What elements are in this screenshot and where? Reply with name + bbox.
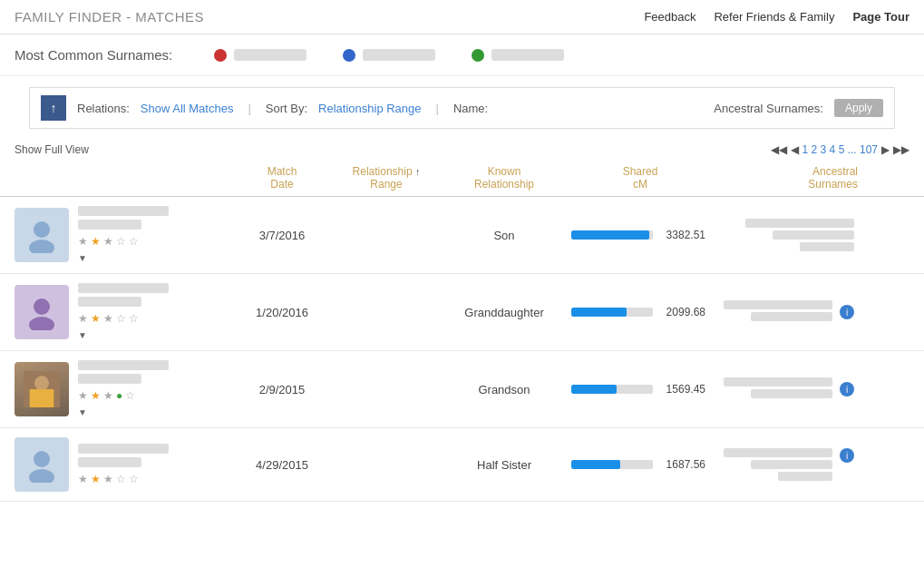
surname-dot-2: [343, 49, 355, 62]
surname-dot-3: [472, 49, 484, 62]
info-icon-4[interactable]: i: [840, 448, 854, 463]
star-row-4: ★ ★ ★ ☆ ☆: [78, 473, 232, 485]
shared-bar-4: [571, 460, 620, 469]
show-all-matches-link[interactable]: Show All Matches: [141, 102, 234, 115]
svg-point-5: [34, 376, 49, 390]
svg-point-8: [34, 451, 50, 467]
star5[interactable]: ☆: [129, 312, 139, 325]
surname-item-2: [343, 49, 435, 62]
star2[interactable]: ★: [91, 235, 101, 248]
shared-bar-wrap-4: [571, 460, 653, 469]
shared-cell-3: 1569.45: [568, 383, 713, 396]
ancestral-text-4b: [751, 460, 832, 469]
shared-value-1: 3382.51: [660, 229, 705, 241]
apply-button[interactable]: Apply: [834, 99, 883, 117]
pagination: ◀◀ ◀ 1 2 3 4 5 ... 107 ▶ ▶▶: [771, 143, 909, 156]
tour-link[interactable]: Page Tour: [852, 10, 909, 24]
star-green[interactable]: ●: [116, 389, 122, 402]
person-info-3: ★ ★ ★ ● ☆ ▼: [78, 360, 232, 418]
star4[interactable]: ☆: [116, 473, 126, 485]
avatar-1: [15, 208, 69, 262]
sort-icon[interactable]: ↑: [41, 95, 66, 121]
svg-point-1: [29, 240, 54, 253]
known-cell-4: Half Sister: [441, 458, 568, 472]
col-header-range: Relationship ↑Range: [332, 165, 441, 191]
surnames-row: Most Common Surnames:: [15, 47, 909, 63]
avatar-icon-4: [24, 446, 60, 483]
page-next[interactable]: ▶: [881, 143, 890, 156]
star1[interactable]: ★: [78, 312, 88, 325]
person-cell-3: ★ ★ ★ ● ☆ ▼: [15, 360, 232, 418]
table-row: ★ ★ ★ ● ☆ ▼ 2/9/2015 Grandson 1569.45 i: [0, 351, 924, 428]
page-first[interactable]: ◀◀: [771, 143, 787, 156]
ancestral-text-1a: [745, 219, 854, 228]
table-row: ★ ★ ★ ☆ ☆ ▼ 1/20/2016 Granddaughter 2099…: [0, 274, 924, 351]
page-prev[interactable]: ◀: [791, 143, 799, 156]
ancestral-cell-2: i: [713, 300, 858, 324]
col-header-known: KnownRelationship: [441, 165, 568, 191]
star5[interactable]: ☆: [129, 235, 139, 248]
info-icon-2[interactable]: i: [840, 305, 854, 319]
ancestral-cell-1: [713, 219, 858, 251]
star4[interactable]: ☆: [116, 235, 126, 248]
shared-bar-1: [571, 230, 649, 240]
page-numbers[interactable]: 1 2 3 4 5 ... 107: [802, 143, 878, 156]
star3[interactable]: ★: [103, 389, 113, 402]
known-cell-3: Grandson: [441, 383, 568, 396]
ancestral-label: Ancestral Surnames:: [714, 102, 823, 115]
relations-label: Relations:: [77, 102, 130, 115]
shared-bar-wrap-2: [571, 308, 653, 317]
expand-arrow-2[interactable]: ▼: [78, 330, 87, 340]
info-icon-3[interactable]: i: [840, 382, 854, 396]
star4[interactable]: ☆: [116, 312, 126, 325]
surnames-section: Most Common Surnames:: [0, 34, 924, 76]
feedback-link[interactable]: Feedback: [644, 10, 695, 24]
person-name2-1: [78, 220, 141, 230]
expand-arrow-1[interactable]: ▼: [78, 253, 87, 263]
top-nav: Feedback Refer Friends & Family Page Tou…: [644, 10, 909, 24]
col-header-ancestral: AncestralSurnames: [713, 165, 858, 191]
star3[interactable]: ★: [103, 312, 113, 325]
top-header: FAMILY FINDER - MATCHES Feedback Refer F…: [0, 0, 924, 34]
star2[interactable]: ★: [91, 389, 101, 402]
star5[interactable]: ☆: [129, 473, 139, 485]
star1[interactable]: ★: [78, 235, 88, 248]
ancestral-text-4c: [778, 472, 832, 481]
ancestral-text-3a: [724, 377, 832, 386]
star-row-2: ★ ★ ★ ☆ ☆: [78, 312, 232, 325]
avatar-3: [15, 362, 69, 416]
star5[interactable]: ☆: [125, 389, 135, 402]
shared-cell-4: 1687.56: [568, 458, 713, 471]
star3[interactable]: ★: [103, 473, 113, 485]
page-last[interactable]: ▶▶: [893, 143, 909, 156]
person-info-4: ★ ★ ★ ☆ ☆: [78, 444, 232, 485]
date-cell-2: 1/20/2016: [232, 306, 332, 319]
star3[interactable]: ★: [103, 235, 113, 248]
person-cell-1: ★ ★ ★ ☆ ☆ ▼: [15, 206, 232, 264]
avatar-4: [15, 437, 69, 492]
star-row-1: ★ ★ ★ ☆ ☆: [78, 235, 232, 248]
app-title: FAMILY FINDER - MATCHES: [15, 9, 204, 24]
col-header-date: MatchDate: [232, 165, 332, 191]
person-cell-4: ★ ★ ★ ☆ ☆: [15, 437, 232, 492]
date-cell-4: 4/29/2015: [232, 458, 332, 472]
star2[interactable]: ★: [91, 312, 101, 325]
shared-value-2: 2099.68: [660, 306, 705, 318]
known-cell-1: Son: [441, 229, 568, 242]
show-full-view[interactable]: Show Full View: [15, 143, 89, 156]
refer-link[interactable]: Refer Friends & Family: [714, 10, 834, 24]
shared-cell-1: 3382.51: [568, 229, 713, 241]
surname-dot-1: [214, 49, 227, 62]
person-info-2: ★ ★ ★ ☆ ☆ ▼: [78, 283, 232, 341]
star1[interactable]: ★: [78, 473, 88, 485]
range-sort-arrow: ↑: [415, 166, 421, 177]
avatar-2: [15, 285, 69, 339]
sortby-link[interactable]: Relationship Range: [318, 102, 421, 115]
ancestral-cell-4: i: [713, 448, 858, 481]
person-name-3b: [78, 374, 141, 384]
person-name-2b: [78, 297, 141, 307]
star1[interactable]: ★: [78, 389, 88, 402]
star2[interactable]: ★: [91, 473, 101, 485]
col-header-shared: SharedcM: [568, 165, 713, 191]
expand-arrow-3[interactable]: ▼: [78, 407, 87, 417]
